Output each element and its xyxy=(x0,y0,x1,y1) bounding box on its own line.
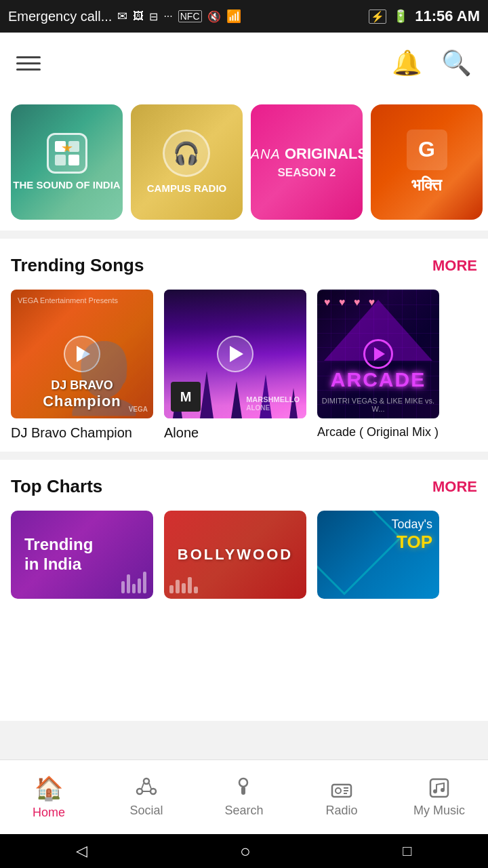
nav-item-radio[interactable]: Radio xyxy=(293,771,390,823)
radio-icon xyxy=(330,776,353,800)
bbar2 xyxy=(176,580,180,593)
search-icon[interactable]: 🔍 xyxy=(441,49,472,77)
song-card-arcade[interactable]: ♥ ♥ ♥ ♥ ARCADE DIMITRI VEGAS & LIKE MIKE… xyxy=(317,290,439,441)
status-bar-left: Emergency call... ✉ 🖼 ⊟ ··· NFC 🔇 📶 xyxy=(8,9,241,24)
search-label: Search xyxy=(224,804,263,818)
svg-rect-3 xyxy=(68,155,79,165)
dj-bravo-label: DJ BRAVO xyxy=(11,378,153,393)
status-time: 11:56 AM xyxy=(415,7,480,25)
top-nav: 🔔 🔍 xyxy=(0,33,488,94)
eq-bar5 xyxy=(143,572,146,593)
radio-label: Radio xyxy=(325,804,357,818)
originals-inner: gaana ORIGINALS ▶ SEASON 2 xyxy=(251,104,363,220)
svg-point-6 xyxy=(137,789,142,794)
bhakti-inner: g भक्ति xyxy=(407,104,447,220)
banner-bhakti[interactable]: g भक्ति xyxy=(371,104,483,220)
nav-item-search[interactable]: Search xyxy=(195,771,293,823)
bravo-song-name: DJ Bravo Champion xyxy=(11,425,153,441)
bbar3 xyxy=(182,583,186,593)
song-cards-list: 👤 VEGA Entertainment Presents DJ BRAVO C… xyxy=(11,290,477,441)
android-nav-bar: ◁ ○ □ xyxy=(0,834,488,868)
tree2 xyxy=(200,371,214,418)
bollywood-bars xyxy=(169,577,198,593)
season-text: SEASON 2 xyxy=(278,166,336,180)
arcade-play-triangle xyxy=(374,347,385,361)
charts-header: Top Charts MORE xyxy=(11,476,477,497)
notification-bell-icon[interactable]: 🔔 xyxy=(392,49,422,77)
trending-songs-section: Trending Songs MORE 👤 VEGA Entertainment… xyxy=(0,239,488,452)
today-diamond xyxy=(317,511,402,595)
arcade-text: ARCADE xyxy=(317,368,439,391)
arcade-play-button[interactable] xyxy=(363,339,393,369)
battery-saver-icon: ⚡ xyxy=(369,9,386,24)
recents-button[interactable]: □ xyxy=(403,842,411,860)
song-thumb-bravo: 👤 VEGA Entertainment Presents DJ BRAVO C… xyxy=(11,290,153,418)
chart-card-trending[interactable]: Trendingin India xyxy=(11,511,153,599)
svg-point-19 xyxy=(433,789,437,793)
search-nav-icon xyxy=(232,776,256,800)
svg-line-8 xyxy=(142,783,144,789)
song-card-alone[interactable]: M MARSHMELLOALONE Alone xyxy=(164,290,306,441)
home-label: Home xyxy=(33,806,65,820)
nav-item-social[interactable]: Social xyxy=(98,771,195,823)
today-label: Today's xyxy=(392,517,432,532)
svg-point-14 xyxy=(336,788,341,793)
campus-logo: 🎧 xyxy=(163,130,210,177)
svg-point-5 xyxy=(144,778,149,784)
home-button[interactable]: ○ xyxy=(240,841,251,862)
chart-card-bollywood[interactable]: BOLLYWOOD xyxy=(164,511,306,599)
gmail-icon: ✉ xyxy=(117,9,127,24)
photos-icon: 🖼 xyxy=(133,10,144,22)
status-bar-right: ⚡ 🔋 11:56 AM xyxy=(369,7,480,25)
mymusic-label: My Music xyxy=(413,804,465,818)
battery-icon: 🔋 xyxy=(393,9,408,24)
alone-song-name: Alone xyxy=(164,425,306,441)
arcade-song-name: Arcade ( Original Mix ) xyxy=(317,425,439,439)
home-icon: 🏠 xyxy=(35,774,63,802)
bhakti-text: भक्ति xyxy=(411,176,442,195)
hamburger-menu-button[interactable] xyxy=(16,52,41,75)
tree3 xyxy=(231,381,242,418)
india-logo xyxy=(47,133,87,174)
chart-card-todays-top[interactable]: Today's TOP xyxy=(317,511,439,599)
bbar1 xyxy=(169,585,174,593)
bravo-producer-text: VEGA Entertainment Presents xyxy=(18,296,118,304)
wifi-icon: 📶 xyxy=(226,9,241,24)
alone-play-button[interactable] xyxy=(217,336,253,372)
svg-rect-2 xyxy=(55,155,66,165)
top-label: TOP xyxy=(392,532,432,553)
svg-rect-18 xyxy=(430,779,448,797)
campus-banner-text: CAMPUS RADIO xyxy=(147,182,227,195)
bollywood-text: BOLLYWOOD xyxy=(178,546,293,564)
bhakti-g-icon: g xyxy=(407,130,447,170)
chart-cards-list: Trendingin India BOLLYWOOD xyxy=(11,511,477,599)
svg-rect-12 xyxy=(241,787,245,795)
svg-point-7 xyxy=(150,789,156,794)
gaana-text: gaana xyxy=(251,146,281,162)
trending-header: Trending Songs MORE xyxy=(11,255,477,276)
top-charts-section: Top Charts MORE Trendingin India BOLLYWO… xyxy=(0,460,488,721)
india-logo-svg xyxy=(54,140,81,167)
social-label: Social xyxy=(129,804,163,818)
song-card-bravo[interactable]: 👤 VEGA Entertainment Presents DJ BRAVO C… xyxy=(11,290,153,441)
nav-item-mymusic[interactable]: My Music xyxy=(390,771,488,823)
banner-originals[interactable]: gaana ORIGINALS ▶ SEASON 2 xyxy=(251,104,363,220)
marshmello-m: M xyxy=(180,389,192,405)
banner-india[interactable]: THE SOUND OF INDIA xyxy=(11,104,123,220)
trending-more-button[interactable]: MORE xyxy=(432,257,477,275)
eq-bar3 xyxy=(132,584,136,593)
social-icon xyxy=(135,776,158,800)
back-button[interactable]: ◁ xyxy=(76,842,87,860)
vega-watermark: VEGA xyxy=(129,406,148,413)
nav-item-home[interactable]: 🏠 Home xyxy=(0,769,98,825)
sim-icon: ⊟ xyxy=(149,10,158,23)
marshmello-badge: M xyxy=(171,382,201,412)
today-text-block: Today's TOP xyxy=(392,517,432,553)
eq-bar2 xyxy=(127,574,130,593)
eq-bar1 xyxy=(121,581,125,593)
originals-text: ORIGINALS xyxy=(285,145,363,163)
charts-more-button[interactable]: MORE xyxy=(432,478,477,496)
bottom-nav: 🏠 Home Social Search Radio xyxy=(0,760,488,834)
trending-title: Trending Songs xyxy=(11,255,144,276)
banner-campus[interactable]: 🎧 CAMPUS RADIO xyxy=(131,104,243,220)
